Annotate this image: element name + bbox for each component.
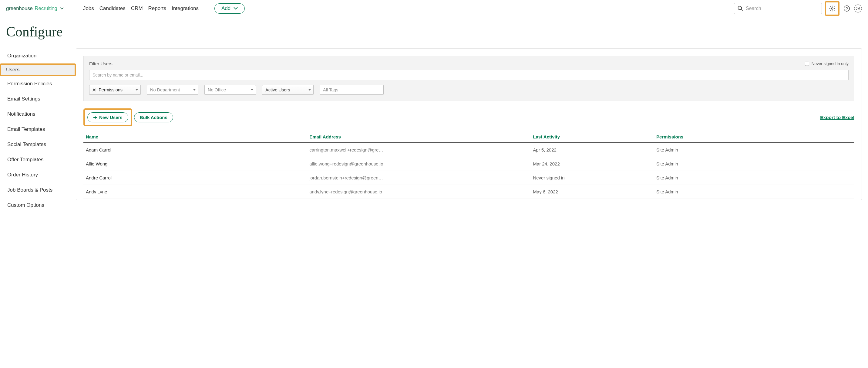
- sidebar-item-organization[interactable]: Organization: [0, 48, 76, 63]
- user-permissions-cell: Site Admin: [654, 185, 854, 199]
- never-signed-label: Never signed in only: [812, 61, 848, 66]
- office-filter[interactable]: No Office: [205, 85, 256, 95]
- bulk-actions-button[interactable]: Bulk Actions: [134, 112, 173, 122]
- col-permissions[interactable]: Permissions: [654, 131, 854, 143]
- user-name-cell: Andre Carrol: [84, 171, 307, 185]
- sidebar-item-offer-templates[interactable]: Offer Templates: [0, 152, 76, 167]
- svg-point-2: [831, 8, 833, 9]
- gear-icon[interactable]: [828, 4, 836, 13]
- user-link[interactable]: Andy Lyne: [86, 189, 107, 194]
- user-activity-cell: Mar 24, 2022: [530, 157, 654, 171]
- nav-integrations[interactable]: Integrations: [172, 5, 199, 11]
- col-name[interactable]: Name: [84, 131, 307, 143]
- add-button-label: Add: [221, 5, 230, 11]
- sidebar-item-email-templates[interactable]: Email Templates: [0, 122, 76, 137]
- page-title: Configure: [0, 17, 868, 48]
- user-activity-cell: May 6, 2022: [530, 185, 654, 199]
- col-last-activity[interactable]: Last Activity: [530, 131, 654, 143]
- brand-caret-icon[interactable]: [60, 7, 64, 10]
- never-signed-in-filter[interactable]: Never signed in only: [805, 61, 848, 66]
- user-activity-cell: Never signed in: [530, 171, 654, 185]
- svg-text:?: ?: [845, 6, 848, 11]
- filter-panel: Filter Users Never signed in only All Pe…: [84, 56, 854, 101]
- svg-line-1: [741, 9, 743, 11]
- user-permissions-cell: Site Admin: [654, 157, 854, 171]
- user-link[interactable]: Allie Wong: [86, 161, 107, 166]
- sidebar-item-order-history[interactable]: Order History: [0, 167, 76, 182]
- new-users-button[interactable]: New Users: [87, 112, 128, 122]
- new-users-label: New Users: [99, 115, 123, 120]
- help-icon[interactable]: ?: [842, 4, 851, 13]
- brand-logo[interactable]: greenhouse Recruiting: [6, 5, 64, 11]
- col-email[interactable]: Email Address: [307, 131, 530, 143]
- table-row: Allie Wongallie.wong+redesign@greenhouse…: [84, 157, 854, 171]
- user-email-cell: andy.lyne+redesign@greenhouse.io: [307, 185, 530, 199]
- permissions-filter[interactable]: All Permissions: [89, 85, 141, 95]
- filter-title: Filter Users: [89, 61, 113, 66]
- settings-button-highlight: [825, 1, 839, 16]
- brand-part2: Recruiting: [35, 5, 57, 11]
- plus-icon: [93, 115, 97, 120]
- svg-point-0: [738, 6, 742, 10]
- users-panel: Filter Users Never signed in only All Pe…: [76, 48, 862, 200]
- user-permissions-cell: Site Admin: [654, 171, 854, 185]
- status-filter[interactable]: Active Users: [262, 85, 314, 95]
- sidebar-item-users[interactable]: Users: [0, 63, 76, 76]
- actions-row: New Users Bulk Actions Export to Excel: [76, 108, 862, 129]
- search-icon: [737, 5, 743, 11]
- top-bar: greenhouse Recruiting Jobs Candidates CR…: [0, 0, 868, 17]
- sidebar-item-permission-policies[interactable]: Permission Policies: [0, 76, 76, 91]
- config-sidebar: OrganizationUsersPermission PoliciesEmai…: [0, 48, 76, 213]
- table-row: Andre Carroljordan.bernstein+redesign@gr…: [84, 171, 854, 185]
- department-filter[interactable]: No Department: [147, 85, 198, 95]
- chevron-down-icon: [234, 7, 238, 10]
- user-email-cell: allie.wong+redesign@greenhouse.io: [307, 157, 530, 171]
- export-excel-link[interactable]: Export to Excel: [820, 115, 854, 120]
- user-email-cell: jordan.bernstein+redesign@green…: [307, 171, 530, 185]
- user-link[interactable]: Andre Carrol: [86, 175, 112, 180]
- users-table: Name Email Address Last Activity Permiss…: [84, 131, 854, 199]
- user-email-cell: carrington.maxwell+redesign@gre…: [307, 143, 530, 157]
- sidebar-item-job-boards-posts[interactable]: Job Boards & Posts: [0, 182, 76, 198]
- main-nav: Jobs Candidates CRM Reports Integrations: [83, 5, 199, 11]
- search-input[interactable]: [746, 6, 818, 11]
- table-header-row: Name Email Address Last Activity Permiss…: [84, 131, 854, 143]
- user-activity-cell: Apr 5, 2022: [530, 143, 654, 157]
- new-users-highlight: New Users: [84, 108, 132, 126]
- sidebar-item-custom-options[interactable]: Custom Options: [0, 198, 76, 213]
- nav-jobs[interactable]: Jobs: [83, 5, 94, 11]
- user-name-cell: Allie Wong: [84, 157, 307, 171]
- main-layout: OrganizationUsersPermission PoliciesEmai…: [0, 48, 868, 213]
- brand-part1: greenhouse: [6, 5, 33, 11]
- never-signed-checkbox[interactable]: [805, 62, 809, 66]
- user-search-input[interactable]: [89, 70, 848, 80]
- nav-reports[interactable]: Reports: [148, 5, 166, 11]
- sidebar-item-notifications[interactable]: Notifications: [0, 107, 76, 122]
- table-row: Andy Lyneandy.lyne+redesign@greenhouse.i…: [84, 185, 854, 199]
- user-name-cell: Andy Lyne: [84, 185, 307, 199]
- sidebar-item-social-templates[interactable]: Social Templates: [0, 137, 76, 152]
- user-name-cell: Adam Carrol: [84, 143, 307, 157]
- bulk-actions-label: Bulk Actions: [140, 115, 167, 120]
- user-link[interactable]: Adam Carrol: [86, 147, 111, 152]
- add-button[interactable]: Add: [214, 3, 245, 14]
- tags-filter[interactable]: [320, 85, 384, 95]
- global-search[interactable]: [734, 3, 822, 14]
- user-avatar[interactable]: JM: [854, 5, 862, 12]
- nav-crm[interactable]: CRM: [131, 5, 143, 11]
- sidebar-item-email-settings[interactable]: Email Settings: [0, 91, 76, 107]
- nav-candidates[interactable]: Candidates: [99, 5, 126, 11]
- user-permissions-cell: Site Admin: [654, 143, 854, 157]
- table-row: Adam Carrolcarrington.maxwell+redesign@g…: [84, 143, 854, 157]
